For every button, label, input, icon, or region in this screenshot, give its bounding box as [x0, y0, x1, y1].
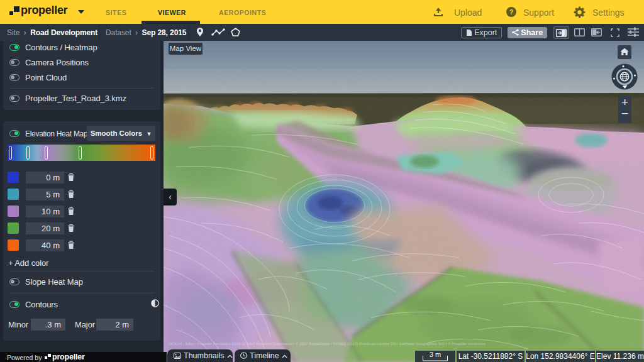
- svg-text:?: ?: [509, 8, 514, 16]
